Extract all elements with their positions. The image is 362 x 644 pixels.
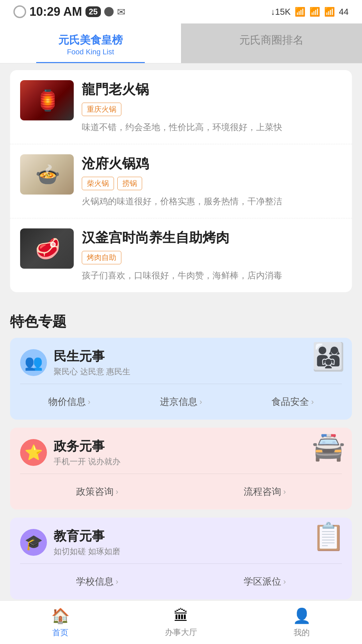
topic-links-minsheng: 物价信息 › 进京信息 › 食品安全 › — [10, 384, 352, 420]
jinjing-arrow: › — [199, 397, 202, 407]
food-name-3: 汉釜宫时尚养生自助烤肉 — [82, 228, 342, 247]
food-info-3: 汉釜宫时尚养生自助烤肉 烤肉自助 孩子们喜欢，口味很好，牛肉赞，海鲜棒，店内消毒 — [82, 228, 342, 282]
topic-links-zhengwu: 政策咨询 › 流程咨询 › — [10, 474, 352, 509]
minsheng-icon: 👥 — [20, 349, 47, 376]
topic-card-jiaoyu: 🎓 教育元事 如切如磋 如琢如磨 📋 学校信息 › 学区派位 › — [10, 518, 352, 599]
section-title-topics: 特色专题 — [10, 302, 352, 338]
food-tag-1-0: 重庆火锅 — [82, 103, 121, 116]
mail-icon: ✉ — [117, 6, 125, 18]
food-thumb-2 — [20, 154, 74, 195]
topic-subtitle-jiaoyu: 如切如磋 如琢如磨 — [54, 546, 342, 557]
topic-header-jiaoyu: 🎓 教育元事 如切如磋 如琢如磨 📋 — [10, 518, 352, 564]
jiaoyu-icon: 🎓 — [20, 529, 47, 556]
nav-mine-label: 我的 — [294, 627, 310, 638]
liucheng-label: 流程咨询 — [244, 485, 281, 498]
nav-mine[interactable]: 👤 我的 — [241, 601, 362, 644]
topic-title-minsheng: 民生元事 — [54, 348, 342, 365]
topic-link-jinjing[interactable]: 进京信息 › — [125, 391, 237, 413]
food-king-card: 龍門老火锅 重庆火锅 味道不错，约会圣地，性价比高，环境很好，上菜快 沧府火锅鸡… — [10, 70, 352, 292]
shipin-label: 食品安全 — [272, 395, 309, 408]
zhengwu-icon: ⭐ — [20, 439, 47, 466]
wifi-icon: 📶 — [295, 7, 305, 17]
topic-header-zhengwu: ⭐ 政务元事 手机一开 说办就办 🚔 — [10, 428, 352, 474]
xuexiao-label: 学校信息 — [76, 575, 114, 588]
food-desc-3: 孩子们喜欢，口味很好，牛肉赞，海鲜棒，店内消毒 — [82, 269, 342, 282]
tab-circle-rank-label-zh: 元氏商圈排名 — [188, 33, 355, 48]
tab-food-king[interactable]: 元氏美食皇榜 Food King List — [0, 23, 181, 63]
topic-title-jiaoyu: 教育元事 — [54, 528, 342, 545]
food-info-2: 沧府火锅鸡 柴火锅 捞锅 火锅鸡的味道很好，价格实惠，服务热情，干净整洁 — [82, 154, 342, 208]
topic-illustration-minsheng: 👨‍👩‍👧 — [312, 341, 345, 373]
status-right: ↓15K 📶 📶 📶 44 — [271, 7, 349, 17]
food-tags-1: 重庆火锅 — [82, 103, 342, 116]
tab-circle-rank[interactable]: 元氏商圈排名 — [181, 23, 362, 63]
bottom-nav: 🏠 首页 🏛 办事大厅 👤 我的 — [0, 600, 362, 644]
top-tab-bar: 元氏美食皇榜 Food King List 元氏商圈排名 — [0, 23, 362, 63]
food-thumb-1 — [20, 80, 74, 120]
status-bar: 10:29 AM 25 ✉ ↓15K 📶 📶 📶 44 — [0, 0, 362, 23]
food-tags-3: 烤肉自助 — [82, 251, 342, 264]
topic-link-liucheng[interactable]: 流程咨询 › — [181, 481, 349, 503]
hall-icon: 🏛 — [174, 607, 188, 624]
topic-title-zhengwu: 政务元事 — [54, 438, 342, 455]
food-item-3[interactable]: 汉釜宫时尚养生自助烤肉 烤肉自助 孩子们喜欢，口味很好，牛肉赞，海鲜棒，店内消毒 — [10, 218, 352, 292]
topic-link-xuequ[interactable]: 学区派位 › — [181, 571, 349, 593]
topic-header-minsheng: 👥 民生元事 聚民心 达民意 惠民生 👨‍👩‍👧 — [10, 338, 352, 384]
shipin-arrow: › — [311, 397, 314, 407]
food-name-2: 沧府火锅鸡 — [82, 154, 342, 173]
topic-text-minsheng: 民生元事 聚民心 达民意 惠民生 — [54, 348, 342, 377]
topic-link-wujia[interactable]: 物价信息 › — [13, 391, 125, 413]
xuequ-label: 学区派位 — [244, 575, 281, 588]
xuexiao-arrow: › — [116, 577, 118, 586]
topic-text-jiaoyu: 教育元事 如切如磋 如琢如磨 — [54, 528, 342, 557]
food-desc-1: 味道不错，约会圣地，性价比高，环境很好，上菜快 — [82, 121, 342, 134]
topic-card-zhengwu: ⭐ 政务元事 手机一开 说办就办 🚔 政策咨询 › 流程咨询 › — [10, 428, 352, 509]
wujia-label: 物价信息 — [48, 395, 86, 408]
content-wrapper: 龍門老火锅 重庆火锅 味道不错，约会圣地，性价比高，环境很好，上菜快 沧府火锅鸡… — [0, 63, 362, 644]
topic-illustration-zhengwu: 🚔 — [312, 431, 345, 463]
food-thumb-3 — [20, 228, 74, 269]
topic-card-minsheng: 👥 民生元事 聚民心 达民意 惠民生 👨‍👩‍👧 物价信息 › 进京信息 › — [10, 338, 352, 420]
food-name-1: 龍門老火锅 — [82, 80, 342, 99]
nav-home-label: 首页 — [52, 627, 68, 638]
status-left: 10:29 AM 25 ✉ — [13, 5, 125, 19]
mine-icon: 👤 — [293, 607, 311, 625]
wujia-arrow: › — [88, 397, 90, 407]
battery-level: 44 — [339, 7, 349, 17]
food-tags-2: 柴火锅 捞锅 — [82, 177, 342, 190]
topic-links-jiaoyu: 学校信息 › 学区派位 › — [10, 564, 352, 599]
food-tag-2-1: 捞锅 — [117, 177, 142, 190]
topic-link-xuexiao[interactable]: 学校信息 › — [13, 571, 181, 593]
zhengce-arrow: › — [116, 487, 118, 496]
nav-hall-label: 办事大厅 — [165, 627, 197, 638]
food-tag-3-0: 烤肉自助 — [82, 251, 121, 264]
food-item-1[interactable]: 龍門老火锅 重庆火锅 味道不错，约会圣地，性价比高，环境很好，上菜快 — [10, 70, 352, 144]
signal-icon-2: 📶 — [324, 7, 335, 17]
zhengce-label: 政策咨询 — [76, 485, 114, 498]
tab-food-king-label-zh: 元氏美食皇榜 — [7, 33, 174, 48]
topic-link-zhengce[interactable]: 政策咨询 › — [13, 481, 181, 503]
status-circle-icon — [13, 5, 26, 18]
food-info-1: 龍門老火锅 重庆火锅 味道不错，约会圣地，性价比高，环境很好，上菜快 — [82, 80, 342, 134]
liucheng-arrow: › — [283, 487, 286, 496]
status-time: 10:29 AM — [29, 5, 82, 19]
download-speed: ↓15K — [271, 7, 291, 17]
home-icon: 🏠 — [51, 607, 70, 625]
topic-subtitle-zhengwu: 手机一开 说办就办 — [54, 456, 342, 467]
main-content: 龍門老火锅 重庆火锅 味道不错，约会圣地，性价比高，环境很好，上菜快 沧府火锅鸡… — [0, 63, 362, 644]
signal-icon: 📶 — [309, 7, 320, 17]
status-dot-icon — [104, 7, 114, 16]
nav-home[interactable]: 🏠 首页 — [0, 601, 121, 644]
topic-subtitle-minsheng: 聚民心 达民意 惠民生 — [54, 366, 342, 377]
xuequ-arrow: › — [283, 577, 286, 586]
topic-link-shipin[interactable]: 食品安全 › — [237, 391, 349, 413]
tab-food-king-label-en: Food King List — [7, 48, 174, 56]
topic-illustration-jiaoyu: 📋 — [312, 521, 345, 552]
jinjing-label: 进京信息 — [160, 395, 197, 408]
nav-hall[interactable]: 🏛 办事大厅 — [121, 601, 241, 644]
food-tag-2-0: 柴火锅 — [82, 177, 114, 190]
food-item-2[interactable]: 沧府火锅鸡 柴火锅 捞锅 火锅鸡的味道很好，价格实惠，服务热情，干净整洁 — [10, 144, 352, 218]
food-desc-2: 火锅鸡的味道很好，价格实惠，服务热情，干净整洁 — [82, 195, 342, 208]
topic-text-zhengwu: 政务元事 手机一开 说办就办 — [54, 438, 342, 467]
notification-badge: 25 — [85, 6, 101, 17]
